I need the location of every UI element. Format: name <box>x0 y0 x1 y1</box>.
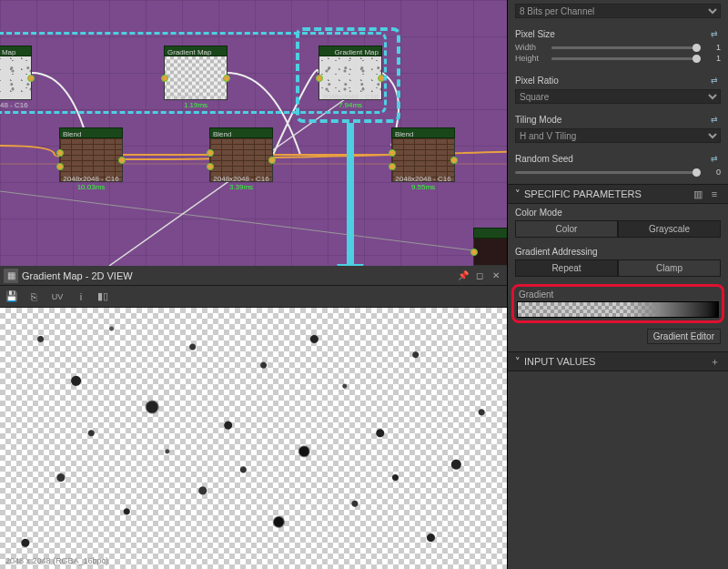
height-value: 1 <box>704 54 721 63</box>
node-port-input[interactable] <box>389 149 396 157</box>
viewer-toolbar: 💾 ⎘ UV i ▮▯ <box>0 286 507 308</box>
node-resolution: 2048x2048 - C1610.03ms <box>59 175 123 191</box>
node-port-input[interactable] <box>470 249 478 256</box>
node-port-output[interactable] <box>27 75 35 82</box>
info-icon[interactable]: i <box>73 289 89 305</box>
node-port-input[interactable] <box>161 75 168 82</box>
gradient-addressing-label: Gradient Addressing <box>515 247 598 257</box>
node-title <box>473 228 507 239</box>
graph-node[interactable] <box>473 228 507 266</box>
node-port-output[interactable] <box>450 157 458 164</box>
gradient-label: Gradient <box>517 290 719 301</box>
pin-icon[interactable]: 📌 <box>456 269 470 283</box>
node-port-input[interactable] <box>316 75 323 82</box>
gradient-preview[interactable] <box>517 301 719 318</box>
node-resolution: 2048x2048 - C163.39ms <box>209 175 273 191</box>
height-slider[interactable] <box>551 57 701 60</box>
node-graph-canvas[interactable]: Gradient Map 2048x2048 - C16 Gradient Ma… <box>0 0 507 266</box>
link-icon[interactable]: ⇄ <box>708 74 721 86</box>
node-resolution: 2048x2048 - C167.94ms <box>318 93 382 109</box>
viewer-titlebar: ▦ Gradient Map - 2D VIEW 📌 ◻ ✕ <box>0 266 507 286</box>
copy-icon[interactable]: ⎘ <box>25 289 42 305</box>
node-resolution: 2048x2048 - C169.55ms <box>391 175 455 191</box>
viewer-canvas[interactable]: 2048 x 2048 (RGBA_16bpc) <box>0 308 507 569</box>
node-port-input[interactable] <box>207 163 214 170</box>
node-title: Blend <box>209 127 273 138</box>
histogram-icon[interactable]: ▮▯ <box>95 289 111 305</box>
viewer-texture-preview <box>0 308 507 569</box>
tiling-mode-label: Tiling Mode <box>515 115 561 125</box>
gradient-property-highlight: Gradient <box>511 284 724 323</box>
color-mode-grayscale-button[interactable]: Grayscale <box>618 220 721 238</box>
graph-node[interactable]: Gradient Map 2048x2048 - C16 <box>0 46 32 100</box>
specific-parameters-header[interactable]: ˅ SPECIFIC PARAMETERS ▥ ≡ <box>508 184 728 204</box>
pixel-ratio-select[interactable]: Square <box>515 89 721 104</box>
save-icon[interactable]: 💾 <box>4 289 20 305</box>
viewer-2d-panel: ▦ Gradient Map - 2D VIEW 📌 ◻ ✕ 💾 ⎘ UV i … <box>0 266 507 569</box>
node-port-output[interactable] <box>378 75 385 82</box>
pixel-ratio-label: Pixel Ratio <box>515 76 559 86</box>
node-port-output[interactable] <box>268 157 276 164</box>
tiling-mode-select[interactable]: H and V Tiling <box>515 128 721 143</box>
node-title: Blend <box>59 127 123 138</box>
properties-panel: 8 Bits per Channel Pixel Size⇄ Width1 He… <box>507 0 728 569</box>
node-resolution: 2048x2048 - C16 <box>0 101 32 109</box>
node-port-input[interactable] <box>389 163 396 170</box>
node-port-output[interactable] <box>223 75 230 82</box>
graph-node[interactable]: Gradient Map 2048x2048 - C167.94ms <box>318 46 382 100</box>
viewer-title: Gradient Map - 2D VIEW <box>22 270 456 281</box>
node-port-output[interactable] <box>118 157 126 164</box>
random-seed-label: Random Seed <box>515 154 573 164</box>
bit-depth-select[interactable]: 8 Bits per Channel <box>515 4 721 18</box>
graph-node[interactable]: Gradient Map 2048x2048 - C161.19ms <box>164 46 228 100</box>
width-value: 1 <box>704 43 721 52</box>
color-mode-color-button[interactable]: Color <box>515 220 618 238</box>
graph-node[interactable]: Blend 2048x2048 - C169.55ms <box>391 127 455 182</box>
collapse-icon: ˅ <box>515 188 521 200</box>
preset-icon[interactable]: ▥ <box>692 188 704 200</box>
node-port-input[interactable] <box>56 149 64 157</box>
uv-toggle[interactable]: UV <box>47 289 67 305</box>
gradient-editor-button[interactable]: Gradient Editor <box>647 329 721 344</box>
node-port-input[interactable] <box>56 163 64 170</box>
color-mode-label: Color Mode <box>515 208 562 218</box>
width-slider[interactable] <box>551 46 701 49</box>
maximize-icon[interactable]: ◻ <box>472 269 487 283</box>
node-title: Gradient Map <box>0 46 32 56</box>
node-resolution: 2048x2048 - C161.19ms <box>164 93 228 109</box>
node-title: Gradient Map <box>164 46 228 56</box>
random-seed-value: 0 <box>704 168 721 177</box>
pixel-size-label: Pixel Size <box>515 29 555 39</box>
graph-node[interactable]: Blend 2048x2048 - C1610.03ms <box>59 127 123 182</box>
collapse-icon: ˅ <box>515 356 521 368</box>
add-icon[interactable]: ＋ <box>708 355 721 368</box>
link-icon[interactable]: ⇄ <box>708 27 721 40</box>
node-thumbnail <box>0 56 32 100</box>
graph-node[interactable]: Blend 2048x2048 - C163.39ms <box>209 127 273 182</box>
width-label: Width <box>515 43 548 52</box>
gradient-map-icon: ▦ <box>4 269 18 283</box>
link-icon[interactable]: ⇄ <box>708 113 721 126</box>
node-thumbnail <box>473 239 507 266</box>
close-icon[interactable]: ✕ <box>489 269 503 283</box>
node-title: Blend <box>391 127 455 138</box>
viewer-status-text: 2048 x 2048 (RGBA_16bpc) <box>5 556 108 565</box>
randomize-icon[interactable]: ⇄ <box>708 152 721 165</box>
node-title: Gradient Map <box>318 46 382 56</box>
gradient-addressing-clamp-button[interactable]: Clamp <box>618 259 721 277</box>
input-values-header[interactable]: ˅ INPUT VALUES ＋ <box>508 351 728 371</box>
gradient-addressing-repeat-button[interactable]: Repeat <box>515 259 618 277</box>
height-label: Height <box>515 54 548 63</box>
random-seed-slider[interactable] <box>515 171 701 174</box>
menu-icon[interactable]: ≡ <box>708 188 721 200</box>
node-port-input[interactable] <box>207 149 214 157</box>
